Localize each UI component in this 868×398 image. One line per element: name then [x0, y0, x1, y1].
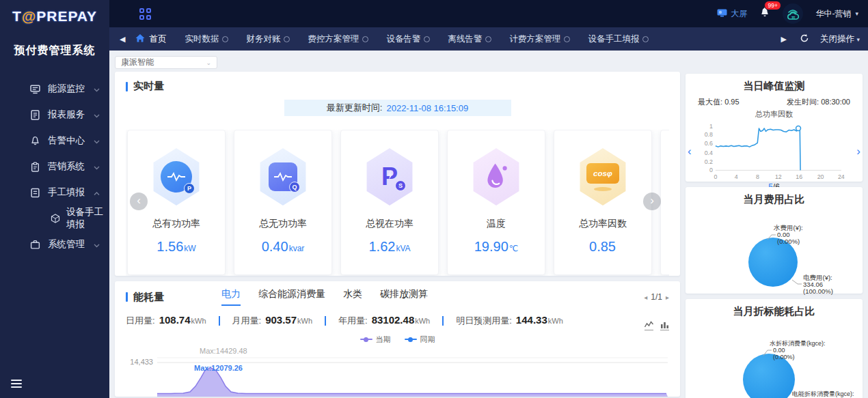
- manual-entry-icon: [30, 188, 40, 198]
- tab-close-icon[interactable]: [222, 36, 228, 42]
- peak-max: 最大值: 0.95: [698, 97, 740, 107]
- tab-home[interactable]: 首页: [135, 33, 166, 45]
- carousel-left-arrow[interactable]: ‹: [130, 193, 148, 210]
- metric-card-apparent-power: PS 总视在功率 1.62kVA: [340, 130, 439, 275]
- metric-card-power-factor: cosφ 总功率因数 0.85: [554, 130, 652, 275]
- tab-close-icon[interactable]: [362, 36, 368, 42]
- sidebar-item-energy-monitor[interactable]: 能源监控: [0, 76, 109, 102]
- tab-realtime-data[interactable]: 实时数据: [185, 33, 228, 45]
- topbar-right: 大屏 99+ π 华中-营销 ▾: [717, 3, 858, 24]
- tab-close-icon[interactable]: [642, 36, 649, 42]
- refresh-icon[interactable]: [800, 33, 809, 45]
- notification-bell-icon[interactable]: 99+: [759, 7, 770, 21]
- svg-text:(100.00%): (100.00%): [803, 287, 833, 295]
- svg-text:0.00: 0.00: [773, 347, 785, 354]
- svg-text:12: 12: [774, 173, 781, 180]
- left-column: 康派智能 ⌄ 实时量 最新更新时间: 2022-11-08 16:15:09: [115, 56, 680, 393]
- tab-close-icon[interactable]: [424, 36, 430, 42]
- coal-ratio-panel: 当月折标能耗占比 水折标消费量(kgce): 0.00 (0.00%): [686, 299, 863, 398]
- tab-billing-plan[interactable]: 计费方案管理: [509, 33, 570, 45]
- energy-tab-carbon[interactable]: 碳排放测算: [380, 288, 428, 306]
- power-badge: P: [184, 183, 195, 194]
- line-chart-icon[interactable]: [645, 321, 653, 330]
- sidebar-item-label: 营销系统: [48, 160, 85, 173]
- svg-text:16: 16: [796, 173, 802, 180]
- sidebar-subitem-label: 设备手工填报: [66, 206, 109, 231]
- chevron-down-icon: [94, 110, 100, 120]
- tab-device-alarm[interactable]: 设备告警: [386, 33, 430, 45]
- page-prev-icon[interactable]: ◂: [644, 294, 647, 301]
- sidebar-item-reports[interactable]: 报表服务: [0, 102, 109, 128]
- sidebar-subitem-device-manual-entry[interactable]: 设备手工填报: [0, 205, 109, 231]
- sidebar-item-alarm-center[interactable]: 告警中心: [0, 128, 109, 154]
- carousel-right-arrow[interactable]: ›: [643, 193, 661, 210]
- notification-badge: 99+: [764, 1, 781, 10]
- page-indicator: 1/1: [651, 292, 662, 302]
- legend-same-period[interactable]: 同期: [405, 334, 435, 345]
- big-screen-button[interactable]: 大屏: [717, 8, 747, 20]
- energy-monitor-icon: [30, 84, 40, 94]
- legend-current-period[interactable]: 当期: [360, 334, 391, 345]
- tab-offline-alarm[interactable]: 离线告警: [448, 33, 491, 45]
- chart-legend: 当期 同期: [126, 334, 669, 345]
- sidebar-nav: 能源监控 报表服务 告警中心 营销系统 手工填报: [0, 76, 109, 257]
- apparent-power-icon: PS: [364, 148, 416, 205]
- apps-grid-icon[interactable]: [139, 8, 151, 20]
- peak-line-chart: 1 0.8 0.6 0.4 0.2 0 0 4 8 12 16 20 24: [701, 119, 848, 182]
- tabs-scroll-right-icon[interactable]: ▶: [779, 35, 789, 44]
- tab-close-icon[interactable]: [564, 36, 570, 42]
- system-title: 预付费管理系统: [0, 44, 109, 58]
- metric-card-temperature: 温度 19.90℃: [447, 130, 545, 275]
- tab-close-icon[interactable]: [284, 36, 290, 42]
- peak-chart-title: 总功率因数: [692, 109, 856, 119]
- tab-financial-reconciliation[interactable]: 财务对账: [246, 33, 290, 45]
- svg-text:(0.00%): (0.00%): [773, 354, 795, 360]
- device-select-value: 康派智能: [121, 57, 154, 68]
- metric-label: 总功率因数: [554, 218, 651, 230]
- main-area: 大屏 99+ π 华中-营销 ▾ ◀ 首页 实时数: [109, 0, 868, 398]
- energy-tabs: 电力 综合能源消费量 水类 碳排放测算: [221, 288, 428, 306]
- chevron-down-icon: [94, 162, 100, 172]
- tab-label: 实时数据: [185, 33, 219, 45]
- energy-panel: 能耗量 电力 综合能源消费量 水类 碳排放测算 ◂ 1/1 ▸: [115, 281, 680, 397]
- close-ops-label: 关闭操作: [820, 34, 854, 44]
- metric-unit: kW: [184, 244, 195, 253]
- device-select[interactable]: 康派智能 ⌄: [115, 56, 217, 69]
- energy-tab-water[interactable]: 水类: [343, 288, 362, 306]
- svg-text:(0.00%): (0.00%): [777, 238, 800, 245]
- temperature-icon: [470, 148, 522, 205]
- page-next-icon[interactable]: ▸: [666, 294, 669, 301]
- close-ops-menu[interactable]: 关闭操作 ▾: [820, 33, 860, 45]
- tab-label: 费控方案管理: [308, 33, 359, 45]
- tab-fee-control-plan[interactable]: 费控方案管理: [308, 33, 368, 45]
- sidebar-item-system-mgmt[interactable]: 系统管理: [0, 231, 109, 257]
- sidebar: T@PREPAY 预付费管理系统 能源监控 报表服务 告警中心 营销系统: [0, 0, 109, 398]
- user-name: 华中-营销: [815, 8, 851, 20]
- tab-close-icon[interactable]: [485, 36, 491, 42]
- power-badge: Q: [289, 182, 300, 193]
- tab-label: 离线告警: [448, 33, 482, 45]
- svg-text:8: 8: [756, 173, 759, 180]
- metric-value: 1.56: [157, 239, 183, 254]
- tabs-scroll-left-icon[interactable]: ◀: [118, 35, 127, 44]
- tab-device-manual-entry[interactable]: 设备手工填报: [588, 33, 649, 45]
- peak-next-arrow[interactable]: ›: [856, 145, 860, 158]
- user-menu[interactable]: 华中-营销 ▾: [815, 8, 858, 20]
- energy-tab-comprehensive[interactable]: 综合能源消费量: [258, 288, 325, 306]
- sidebar-collapse-icon[interactable]: [11, 378, 22, 390]
- sidebar-item-manual-entry[interactable]: 手工填报: [0, 180, 109, 205]
- cost-panel-title: 当月费用占比: [692, 193, 856, 206]
- sidebar-item-marketing[interactable]: 营销系统: [0, 154, 109, 180]
- avatar[interactable]: π: [783, 3, 803, 24]
- peak-stats: 最大值: 0.95 发生时间: 08:30:00: [692, 97, 856, 107]
- section-accent-bar: [126, 82, 128, 91]
- metric-value: 0.85: [589, 239, 616, 254]
- topbar: 大屏 99+ π 华中-营销 ▾: [109, 0, 868, 27]
- energy-header: 能耗量 电力 综合能源消费量 水类 碳排放测算 ◂ 1/1 ▸: [126, 288, 669, 306]
- bar-chart-icon[interactable]: [660, 321, 669, 330]
- chevron-up-icon: [94, 188, 100, 198]
- peak-prev-arrow[interactable]: ‹: [688, 145, 692, 158]
- clipboard-icon: [30, 162, 40, 172]
- energy-tab-electricity[interactable]: 电力: [221, 288, 241, 306]
- update-time-label: 最新更新时间:: [327, 102, 383, 114]
